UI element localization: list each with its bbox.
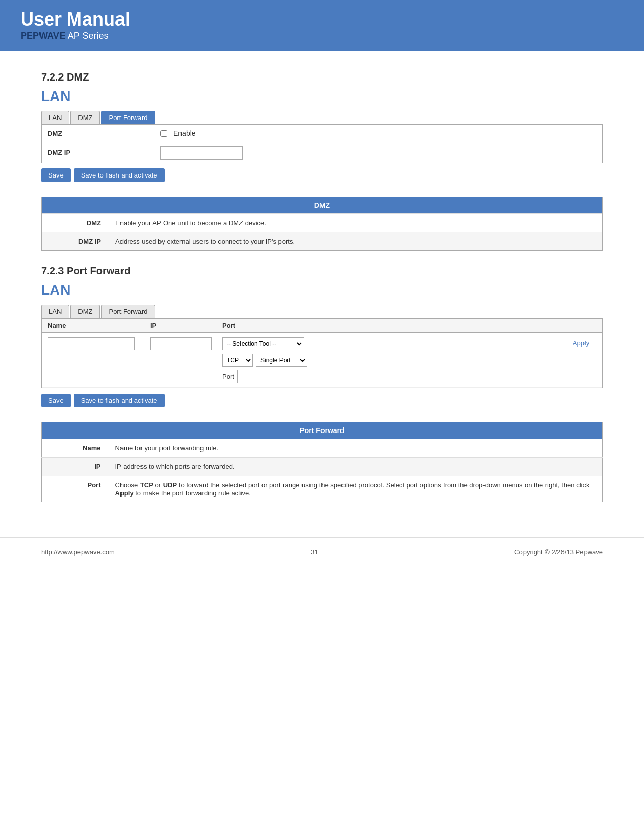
dmz-enable-checkbox[interactable]	[160, 130, 167, 137]
pf-protocol-row: TCP UDP Single Port Port Range	[222, 354, 566, 367]
dmz-form-row-dmz: DMZ Enable	[42, 125, 602, 143]
tab-portforward-dmz[interactable]: Port Forward	[101, 111, 155, 124]
pf-name-input[interactable]	[48, 337, 135, 350]
pf-col-name: Name	[48, 322, 150, 329]
pf-term-name: Name	[42, 439, 108, 457]
dmz-desc-section: DMZ DMZ Enable your AP One unit to becom…	[41, 197, 603, 251]
pf-col-port: Port	[222, 322, 596, 329]
pf-desc-row-port: Port Choose TCP or UDP to forward the se…	[42, 476, 603, 502]
brand-name: PEPWAVE	[21, 31, 66, 41]
pf-data-row: -- Selection Tool -- TCP UDP Single Port…	[42, 333, 602, 388]
pf-save-button[interactable]: Save	[41, 394, 71, 407]
pf-table-header: Name IP Port	[42, 319, 602, 333]
pf-def-name: Name for your port forwarding rule.	[108, 439, 603, 457]
dmz-desc-row-ip: DMZ IP Address used by external users to…	[42, 232, 602, 250]
pf-apply-link[interactable]: Apply	[573, 339, 590, 347]
page-footer: http://www.pepwave.com 31 Copyright © 2/…	[0, 537, 644, 566]
subtitle-rest: AP Series	[66, 31, 109, 41]
pf-def-ip: IP address to which ports are forwarded.	[108, 457, 603, 476]
dmz-label-ip: DMZ IP	[42, 146, 154, 160]
pf-term-ip: IP	[42, 457, 108, 476]
dmz-desc-body: DMZ Enable your AP One unit to become a …	[42, 213, 603, 251]
pf-selection-tool-select[interactable]: -- Selection Tool --	[222, 337, 304, 350]
page-title: User Manual	[21, 9, 623, 30]
pf-ip-input[interactable]	[150, 337, 212, 350]
dmz-desc-header: DMZ	[42, 197, 603, 213]
dmz-button-bar: Save Save to flash and activate	[41, 168, 603, 182]
pf-desc-table: Port Forward Name Name for your port for…	[41, 422, 603, 502]
dmz-ip-input[interactable]	[160, 146, 243, 160]
pf-selection-row: -- Selection Tool --	[222, 337, 566, 350]
dmz-enable-label: Enable	[173, 129, 196, 138]
dmz-heading: 7.2.2 DMZ	[41, 71, 603, 83]
dmz-tab-bar: LAN DMZ Port Forward	[41, 111, 603, 124]
dmz-save-flash-button[interactable]: Save to flash and activate	[74, 168, 165, 182]
portforward-heading: 7.2.3 Port Forward	[41, 265, 603, 277]
pf-button-bar: Save Save to flash and activate	[41, 394, 603, 407]
page-subtitle: PEPWAVE AP Series	[21, 31, 623, 42]
dmz-def-ip: Address used by external users to connec…	[108, 232, 602, 250]
footer-copyright: Copyright © 2/26/13 Pepwave	[514, 548, 603, 556]
pf-term-port: Port	[42, 476, 108, 502]
pf-desc-section: Port Forward Name Name for your port for…	[41, 422, 603, 502]
pf-col-ip: IP	[150, 322, 222, 329]
pf-form-panel: Name IP Port -- Selection Tool --	[41, 318, 603, 388]
pf-port-cell: -- Selection Tool -- TCP UDP Single Port…	[222, 337, 566, 383]
pf-apply-cell: Apply	[566, 337, 596, 347]
dmz-form-panel: DMZ Enable DMZ IP	[41, 124, 603, 163]
tab-dmz-pf[interactable]: DMZ	[70, 305, 100, 318]
portforward-section: 7.2.3 Port Forward LAN LAN DMZ Port Forw…	[41, 265, 603, 407]
tab-portforward-pf[interactable]: Port Forward	[101, 305, 155, 318]
lan-logo-dmz: LAN	[41, 88, 603, 105]
dmz-term-ip: DMZ IP	[42, 232, 108, 250]
footer-url: http://www.pepwave.com	[41, 548, 115, 556]
dmz-value-ip	[154, 143, 602, 163]
tab-lan-pf[interactable]: LAN	[41, 305, 69, 318]
pf-port-input-row: Port	[222, 370, 566, 383]
dmz-term-dmz: DMZ	[42, 213, 108, 232]
pf-desc-body: Name Name for your port forwarding rule.…	[42, 439, 603, 502]
page-header: User Manual PEPWAVE AP Series	[0, 0, 644, 51]
pf-desc-row-ip: IP IP address to which ports are forward…	[42, 457, 603, 476]
dmz-desc-table: DMZ DMZ Enable your AP One unit to becom…	[41, 197, 603, 251]
pf-protocol-select[interactable]: TCP UDP	[222, 354, 253, 367]
dmz-save-button[interactable]: Save	[41, 168, 71, 182]
lan-logo-pf: LAN	[41, 282, 603, 299]
dmz-section: 7.2.2 DMZ LAN LAN DMZ Port Forward DMZ E…	[41, 71, 603, 182]
main-content: 7.2.2 DMZ LAN LAN DMZ Port Forward DMZ E…	[0, 51, 644, 537]
pf-name-cell	[48, 337, 150, 350]
dmz-form-row-ip: DMZ IP	[42, 143, 602, 163]
footer-page: 31	[311, 548, 318, 556]
dmz-label-dmz: DMZ	[42, 127, 154, 141]
pf-ip-cell	[150, 337, 222, 350]
dmz-def-dmz: Enable your AP One unit to become a DMZ …	[108, 213, 602, 232]
dmz-desc-row-dmz: DMZ Enable your AP One unit to become a …	[42, 213, 602, 232]
pf-desc-header: Port Forward	[42, 422, 603, 439]
tab-lan-dmz[interactable]: LAN	[41, 111, 69, 124]
pf-desc-row-name: Name Name for your port forwarding rule.	[42, 439, 603, 457]
pf-tab-bar: LAN DMZ Port Forward	[41, 305, 603, 318]
pf-save-flash-button[interactable]: Save to flash and activate	[74, 394, 165, 407]
pf-port-label: Port	[222, 372, 234, 380]
pf-port-value-input[interactable]	[237, 370, 268, 383]
dmz-value-dmz: Enable	[154, 126, 602, 141]
pf-port-type-select[interactable]: Single Port Port Range	[256, 354, 307, 367]
tab-dmz-dmz[interactable]: DMZ	[70, 111, 100, 124]
pf-def-port: Choose TCP or UDP to forward the selecte…	[108, 476, 603, 502]
